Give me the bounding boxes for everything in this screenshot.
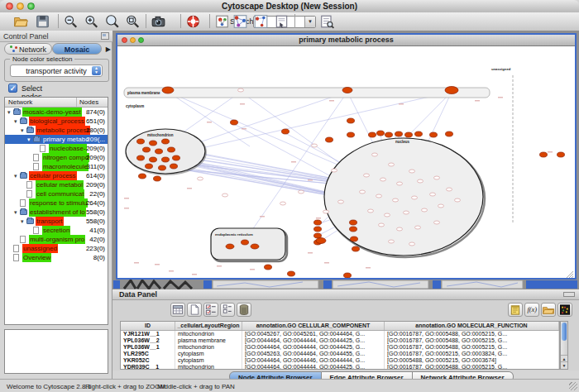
tree-row[interactable]: ▾metabolic process280(0) [5, 126, 108, 135]
table-cell: mitochondrion [175, 331, 242, 337]
tree-row-label: metabolic process [36, 126, 90, 135]
table-row[interactable]: YDR039C__1mitochondrion[GO:0044464, GO:0… [121, 364, 559, 370]
expander-icon[interactable]: ▾ [7, 108, 11, 117]
status-bar: Welcome to Cytoscape 2.8.1 Right-click +… [0, 379, 579, 392]
tree-row-count: 558(0) [86, 217, 105, 226]
table-row[interactable]: YPL036W__1mitochondrion[GO:0044464, GO:0… [121, 344, 559, 351]
tree-row[interactable]: ▾mosaic-demo-yeast874(0) [5, 108, 108, 117]
zoom-selected-button[interactable] [104, 14, 120, 29]
tree-row-count: 280(0) [86, 126, 105, 135]
status-zoom-hint: Right-click + drag to ZOOM [85, 383, 165, 390]
expander-icon[interactable]: ▾ [14, 208, 17, 217]
zoom-fit-button[interactable] [125, 14, 141, 29]
help-lifebuoy-button[interactable] [185, 14, 201, 29]
tree-row[interactable]: nucleobase-209(0) [5, 144, 108, 153]
float-panel-icon[interactable] [101, 32, 109, 40]
tree-row-label: biological_process [29, 117, 85, 126]
column-header[interactable]: annotation.GO CELLULAR_COMPONENT [242, 322, 385, 330]
tree-row-label: unassigned [22, 244, 58, 253]
page-icon [20, 199, 26, 207]
page-icon [13, 254, 19, 261]
app-titlebar: Cytoscape Desktop (New Session) [0, 0, 579, 13]
column-header[interactable]: annotation.GO MOLECULAR_FUNCTION [385, 322, 559, 330]
tree-row[interactable]: unassigned223(0) [5, 244, 108, 253]
snapshot-button[interactable] [151, 14, 166, 29]
table-row[interactable]: YKR052Ccytoplasm[GO:0044464, GO:0044446,… [121, 357, 559, 364]
advanced-search-button[interactable] [319, 14, 335, 29]
tree-row[interactable]: Overview8(0) [5, 253, 108, 262]
birds-eye-view-panel[interactable] [4, 329, 108, 374]
annotation-button[interactable] [274, 14, 290, 29]
matrix-view-button[interactable] [557, 303, 572, 317]
network-view-2-button[interactable] [253, 14, 269, 29]
tab-network[interactable]: Network [4, 43, 52, 55]
tree-row-count: 209(0) [86, 180, 105, 189]
tree-row[interactable]: multi-organism pro42(0) [5, 235, 108, 244]
tree-row[interactable]: nitrogen compo209(0) [5, 153, 108, 162]
network-view-window[interactable]: primary metabolic process plasma membran… [116, 33, 577, 280]
table-row[interactable]: YLR295Ccytoplasm[GO:0045263, GO:0044464,… [121, 351, 559, 357]
chevron-down-icon[interactable]: ▼ [304, 17, 315, 27]
expander-icon[interactable]: ▾ [14, 171, 17, 180]
open-file-button[interactable] [13, 14, 29, 29]
tree-row[interactable]: ▾transport558(0) [5, 217, 108, 226]
resize-grip-icon[interactable] [569, 382, 577, 390]
attribute-create-button[interactable] [187, 303, 202, 317]
tree-row-count: 558(0) [86, 208, 105, 217]
tree-row[interactable]: macromolecule311(0) [5, 162, 108, 171]
tree-row-label: transport [36, 217, 64, 226]
page-icon [20, 236, 26, 243]
tree-row[interactable]: ▾primary metabo209(... [5, 135, 108, 144]
save-button[interactable] [35, 14, 50, 29]
tree-header[interactable]: Network Nodes [5, 98, 108, 108]
node-color-combobox[interactable]: transporter activity ▲▼ [10, 65, 103, 77]
table-row[interactable]: YJR121W__1mitochondrion[GO:0045267, GO:0… [121, 331, 559, 337]
attribute-select-all-button[interactable] [203, 303, 218, 317]
import-attributes-button[interactable] [541, 303, 556, 317]
attribute-select-button[interactable] [170, 303, 185, 317]
tree-row[interactable]: secretion41(0) [5, 226, 108, 235]
folder-icon [33, 136, 41, 142]
table-scrollbar[interactable]: ▲ ▼ [560, 321, 568, 370]
background-windows-strip[interactable] [112, 280, 579, 289]
combobox-stepper-icon[interactable]: ▲▼ [92, 66, 101, 75]
tab-overflow-arrow-icon[interactable]: ▶ [106, 45, 111, 53]
tree-row[interactable]: cellular metabol209(0) [5, 180, 108, 189]
matrix-view-icon [558, 304, 572, 318]
tab-mosaic[interactable]: Mosaic [52, 43, 102, 55]
tree-row[interactable]: response to stimulu264(0) [5, 198, 108, 208]
tree-row-label: macromolecule [42, 162, 89, 171]
column-header[interactable]: _cellularLayoutRegion [175, 322, 242, 330]
expander-icon[interactable]: ▾ [14, 117, 17, 126]
table-cell: plasma membrane [175, 337, 242, 344]
scroll-down-icon[interactable]: ▼ [561, 361, 567, 369]
toolbar-separator [146, 14, 146, 28]
network-canvas[interactable]: plasma membranecytoplasmmitochondrionnuc… [117, 45, 575, 278]
tree-row[interactable]: ▾establishment of lo558(0) [5, 208, 108, 217]
table-cell: [GO:0044464, GO:0044444, GO:0044425, G..… [242, 364, 385, 370]
expander-icon[interactable]: ▾ [27, 135, 31, 144]
table-cell: [GO:0044464, GO:0044444, GO:0044425, G..… [242, 344, 385, 351]
column-header[interactable]: ID [121, 322, 175, 330]
table-row[interactable]: YPL036W__2plasma membrane[GO:0044464, GO… [121, 337, 559, 344]
network-view-1-button[interactable] [232, 14, 248, 29]
panel-window-buttons-icon[interactable] [563, 292, 575, 297]
notes-button[interactable] [508, 303, 523, 317]
tree-row[interactable]: cell communicat22(0) [5, 189, 108, 198]
tree-row-label: nucleobase- [49, 144, 87, 153]
network-view-2-icon [253, 17, 269, 31]
attribute-unselect-all-button[interactable] [220, 303, 235, 317]
function-builder-button[interactable]: f(x) [524, 303, 539, 317]
select-nodes-checkbox[interactable]: ✓ [8, 84, 17, 93]
scrollbar-thumb[interactable] [562, 323, 567, 341]
zoom-in-button[interactable] [84, 14, 99, 29]
page-icon [26, 190, 32, 198]
zoom-out-button[interactable] [63, 14, 79, 29]
tree-row[interactable]: ▾biological_process651(0) [5, 117, 108, 126]
node-appearance-button[interactable] [214, 14, 230, 29]
expander-icon[interactable]: ▾ [21, 126, 24, 135]
toolbar-separator [180, 14, 181, 28]
expander-icon[interactable]: ▾ [21, 217, 24, 226]
attribute-delete-button[interactable] [237, 303, 251, 317]
tree-row[interactable]: ▾cellular process614(0) [5, 171, 108, 180]
